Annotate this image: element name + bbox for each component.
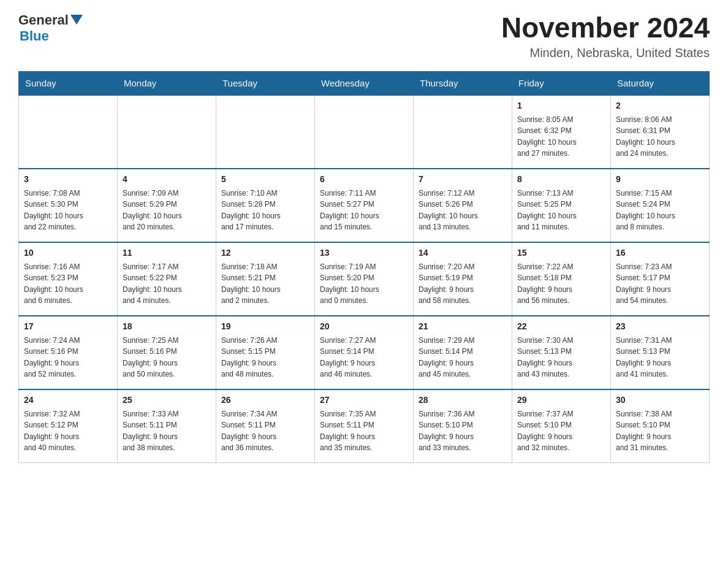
calendar-cell: 5Sunrise: 7:10 AM Sunset: 5:28 PM Daylig… — [216, 169, 315, 242]
day-info: Sunrise: 7:16 AM Sunset: 5:23 PM Dayligh… — [24, 261, 112, 307]
calendar-cell: 2Sunrise: 8:06 AM Sunset: 6:31 PM Daylig… — [611, 95, 710, 169]
day-header-tuesday: Tuesday — [216, 71, 315, 95]
calendar-cell: 16Sunrise: 7:23 AM Sunset: 5:17 PM Dayli… — [611, 242, 710, 316]
day-number: 19 — [221, 320, 309, 333]
calendar-cell: 6Sunrise: 7:11 AM Sunset: 5:27 PM Daylig… — [315, 169, 414, 242]
day-header-sunday: Sunday — [19, 71, 118, 95]
day-number: 15 — [517, 247, 605, 259]
calendar-cell: 17Sunrise: 7:24 AM Sunset: 5:16 PM Dayli… — [19, 316, 118, 389]
day-info: Sunrise: 7:30 AM Sunset: 5:13 PM Dayligh… — [517, 335, 605, 380]
day-number: 20 — [320, 320, 408, 333]
logo-triangle-icon — [70, 15, 83, 25]
logo: General Blue — [18, 12, 83, 44]
day-info: Sunrise: 7:34 AM Sunset: 5:11 PM Dayligh… — [221, 408, 309, 454]
day-header-monday: Monday — [118, 71, 216, 95]
calendar-cell: 23Sunrise: 7:31 AM Sunset: 5:13 PM Dayli… — [611, 316, 710, 389]
day-info: Sunrise: 7:11 AM Sunset: 5:27 PM Dayligh… — [320, 188, 408, 233]
day-header-friday: Friday — [512, 71, 611, 95]
calendar-cell — [414, 95, 512, 169]
calendar-cell — [19, 95, 118, 169]
day-header-wednesday: Wednesday — [315, 71, 414, 95]
day-info: Sunrise: 7:26 AM Sunset: 5:15 PM Dayligh… — [221, 335, 309, 380]
day-info: Sunrise: 7:15 AM Sunset: 5:24 PM Dayligh… — [616, 188, 704, 233]
calendar-cell: 7Sunrise: 7:12 AM Sunset: 5:26 PM Daylig… — [414, 169, 512, 242]
calendar-cell: 24Sunrise: 7:32 AM Sunset: 5:12 PM Dayli… — [19, 389, 118, 463]
day-number: 14 — [419, 247, 507, 259]
day-number: 3 — [24, 173, 112, 186]
calendar-cell: 10Sunrise: 7:16 AM Sunset: 5:23 PM Dayli… — [19, 242, 118, 316]
calendar-cell — [315, 95, 414, 169]
logo-blue-text: Blue — [20, 28, 49, 44]
day-number: 29 — [517, 394, 605, 407]
day-info: Sunrise: 7:37 AM Sunset: 5:10 PM Dayligh… — [517, 408, 605, 454]
day-info: Sunrise: 7:25 AM Sunset: 5:16 PM Dayligh… — [123, 335, 211, 380]
day-info: Sunrise: 7:22 AM Sunset: 5:18 PM Dayligh… — [517, 261, 605, 307]
logo-general-text: General — [18, 12, 69, 28]
day-number: 17 — [24, 320, 112, 333]
calendar-cell: 20Sunrise: 7:27 AM Sunset: 5:14 PM Dayli… — [315, 316, 414, 389]
day-number: 1 — [517, 99, 605, 112]
day-number: 13 — [320, 247, 408, 259]
calendar-cell: 18Sunrise: 7:25 AM Sunset: 5:16 PM Dayli… — [118, 316, 216, 389]
week-row-1: 1Sunrise: 8:05 AM Sunset: 6:32 PM Daylig… — [19, 95, 710, 169]
calendar-cell: 19Sunrise: 7:26 AM Sunset: 5:15 PM Dayli… — [216, 316, 315, 389]
title-block: November 2024 Minden, Nebraska, United S… — [501, 12, 710, 60]
calendar-cell: 30Sunrise: 7:38 AM Sunset: 5:10 PM Dayli… — [611, 389, 710, 463]
day-info: Sunrise: 7:09 AM Sunset: 5:29 PM Dayligh… — [123, 188, 211, 233]
day-number: 24 — [24, 394, 112, 407]
day-info: Sunrise: 7:13 AM Sunset: 5:25 PM Dayligh… — [517, 188, 605, 233]
day-number: 6 — [320, 173, 408, 186]
calendar-cell: 12Sunrise: 7:18 AM Sunset: 5:21 PM Dayli… — [216, 242, 315, 316]
calendar-cell — [118, 95, 216, 169]
day-number: 26 — [221, 394, 309, 407]
day-number: 12 — [221, 247, 309, 259]
calendar-cell: 26Sunrise: 7:34 AM Sunset: 5:11 PM Dayli… — [216, 389, 315, 463]
day-info: Sunrise: 7:12 AM Sunset: 5:26 PM Dayligh… — [419, 188, 507, 233]
day-number: 5 — [221, 173, 309, 186]
day-info: Sunrise: 7:17 AM Sunset: 5:22 PM Dayligh… — [123, 261, 211, 307]
week-row-4: 17Sunrise: 7:24 AM Sunset: 5:16 PM Dayli… — [19, 316, 710, 389]
calendar-cell: 25Sunrise: 7:33 AM Sunset: 5:11 PM Dayli… — [118, 389, 216, 463]
day-info: Sunrise: 7:29 AM Sunset: 5:14 PM Dayligh… — [419, 335, 507, 380]
calendar-cell: 11Sunrise: 7:17 AM Sunset: 5:22 PM Dayli… — [118, 242, 216, 316]
day-number: 23 — [616, 320, 704, 333]
day-info: Sunrise: 7:24 AM Sunset: 5:16 PM Dayligh… — [24, 335, 112, 380]
week-row-3: 10Sunrise: 7:16 AM Sunset: 5:23 PM Dayli… — [19, 242, 710, 316]
day-info: Sunrise: 7:36 AM Sunset: 5:10 PM Dayligh… — [419, 408, 507, 454]
day-info: Sunrise: 8:06 AM Sunset: 6:31 PM Dayligh… — [616, 114, 704, 159]
day-number: 30 — [616, 394, 704, 407]
calendar-cell: 3Sunrise: 7:08 AM Sunset: 5:30 PM Daylig… — [19, 169, 118, 242]
main-title: November 2024 — [501, 12, 710, 44]
day-info: Sunrise: 7:35 AM Sunset: 5:11 PM Dayligh… — [320, 408, 408, 454]
day-info: Sunrise: 7:27 AM Sunset: 5:14 PM Dayligh… — [320, 335, 408, 380]
day-number: 21 — [419, 320, 507, 333]
calendar-cell: 13Sunrise: 7:19 AM Sunset: 5:20 PM Dayli… — [315, 242, 414, 316]
day-info: Sunrise: 7:23 AM Sunset: 5:17 PM Dayligh… — [616, 261, 704, 307]
calendar-cell: 28Sunrise: 7:36 AM Sunset: 5:10 PM Dayli… — [414, 389, 512, 463]
day-number: 9 — [616, 173, 704, 186]
week-row-5: 24Sunrise: 7:32 AM Sunset: 5:12 PM Dayli… — [19, 389, 710, 463]
day-number: 25 — [123, 394, 211, 407]
subtitle: Minden, Nebraska, United States — [501, 46, 710, 60]
week-row-2: 3Sunrise: 7:08 AM Sunset: 5:30 PM Daylig… — [19, 169, 710, 242]
calendar-cell: 15Sunrise: 7:22 AM Sunset: 5:18 PM Dayli… — [512, 242, 611, 316]
day-number: 11 — [123, 247, 211, 259]
day-number: 8 — [517, 173, 605, 186]
day-info: Sunrise: 7:38 AM Sunset: 5:10 PM Dayligh… — [616, 408, 704, 454]
day-info: Sunrise: 8:05 AM Sunset: 6:32 PM Dayligh… — [517, 114, 605, 159]
day-number: 27 — [320, 394, 408, 407]
day-info: Sunrise: 7:18 AM Sunset: 5:21 PM Dayligh… — [221, 261, 309, 307]
day-info: Sunrise: 7:33 AM Sunset: 5:11 PM Dayligh… — [123, 408, 211, 454]
calendar-cell: 4Sunrise: 7:09 AM Sunset: 5:29 PM Daylig… — [118, 169, 216, 242]
calendar-cell — [216, 95, 315, 169]
day-number: 2 — [616, 99, 704, 112]
calendar-cell: 27Sunrise: 7:35 AM Sunset: 5:11 PM Dayli… — [315, 389, 414, 463]
page-header: General Blue November 2024 Minden, Nebra… — [18, 12, 710, 60]
calendar-cell: 1Sunrise: 8:05 AM Sunset: 6:32 PM Daylig… — [512, 95, 611, 169]
day-number: 18 — [123, 320, 211, 333]
day-info: Sunrise: 7:31 AM Sunset: 5:13 PM Dayligh… — [616, 335, 704, 380]
day-number: 4 — [123, 173, 211, 186]
day-info: Sunrise: 7:08 AM Sunset: 5:30 PM Dayligh… — [24, 188, 112, 233]
calendar-cell: 8Sunrise: 7:13 AM Sunset: 5:25 PM Daylig… — [512, 169, 611, 242]
calendar-cell: 21Sunrise: 7:29 AM Sunset: 5:14 PM Dayli… — [414, 316, 512, 389]
